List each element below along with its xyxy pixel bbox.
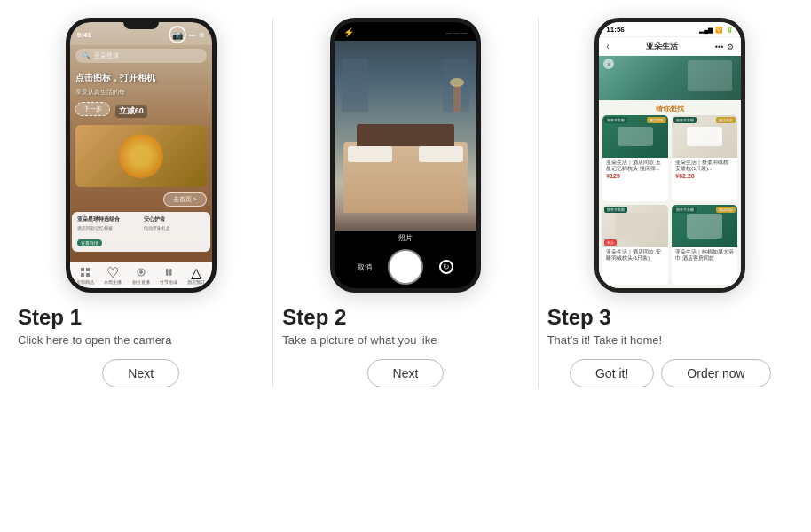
nav-all-products[interactable]: 全部商品 (76, 266, 94, 285)
step3-product-2-name: 亚朵生活｜舒柔羽绒枕 安睡枕(1只装)... (675, 160, 734, 172)
step1-price-badge: 立减60 (115, 105, 147, 118)
step3-product-4-banner: 预售节美睡 (673, 207, 697, 213)
step3-product-2-img-inner: 预售节美睡 酒店同款 (672, 115, 737, 158)
step2-viewfinder (335, 41, 476, 231)
panel-left (342, 59, 368, 112)
step2-next-button[interactable]: Next (367, 359, 445, 387)
step2-shutter-button[interactable] (390, 251, 421, 283)
step3-desc: That's it! Take it home! (547, 333, 662, 347)
step1-goto-btn[interactable]: 去首页 > (163, 192, 207, 207)
step3-product-3-name: 亚朵生活｜酒店同款 安睡羽绒枕头(1只装) (606, 249, 665, 262)
step3-title: Step 3 (547, 305, 611, 330)
step3-product-1-name: 亚朵生活｜酒店同款 五星记忆棉枕头 慢回弹... (606, 160, 665, 172)
step3-product-2[interactable]: 预售节美睡 酒店同款 亚朵生活｜舒柔羽绒枕 安睡枕(1只装)... ¥62.20 (672, 115, 737, 201)
step3-product-3-img: 预售节美睡 新品 (602, 205, 668, 247)
nav-bamboo-label: 竹节组成 (160, 279, 177, 285)
bed-pillow-right (419, 146, 463, 162)
step2-cancel-label[interactable]: 取消 (358, 262, 372, 272)
svg-rect-0 (81, 268, 84, 271)
step3-product-3[interactable]: 预售节美睡 新品 亚朵生活｜酒店同款 安睡羽绒枕头(1只装) (602, 205, 668, 285)
step3-brand-name: 亚朵生活 (646, 41, 678, 52)
nav-live[interactable]: 创台直播 (132, 266, 150, 285)
step1-image-area (75, 125, 207, 187)
step3-product-2-info: 亚朵生活｜舒柔羽绒枕 安睡枕(1只装)... ¥62.20 (672, 158, 737, 182)
step3-product-2-banner: 预售节美睡 (673, 117, 697, 123)
step3-wifi-icon: 🛜 (715, 27, 723, 34)
step3-product-1-tag: 酒店同款 (647, 117, 666, 123)
step3-gear-icon[interactable]: ⚙ (727, 43, 734, 51)
nav-bamboo-icon (162, 266, 175, 278)
step3-close-icon: × (607, 61, 610, 67)
step3-product-1-img: 预售节美睡 酒店同款 (602, 115, 668, 158)
step1-notch (123, 22, 159, 29)
step1-settings-icon: ⊕ (199, 31, 205, 39)
product-pillow-shape (618, 127, 653, 146)
step1-desc: Click here to open the camera (18, 333, 171, 347)
step2-top-spacer: — — — (445, 29, 468, 35)
search-icon: 🔍 (83, 52, 91, 59)
nav-hotel[interactable]: △ 酒店预订 (187, 266, 205, 285)
step1-product-2-title: 安心护齿 (144, 215, 205, 223)
step3-gotit-button[interactable]: Got it! (570, 359, 654, 387)
step-3: 11:56 ▂▄▆ 🛜 🔋 ‹ 亚朵生活 • (539, 18, 802, 387)
step3-product-1[interactable]: 预售节美睡 酒店同款 亚朵生活｜酒店同款 五星记忆棉枕头 慢回弹... ¥125 (602, 115, 668, 201)
step1-bg: 9:41 📷 ••• ⊕ 🔍 亚朵星球 (70, 22, 212, 288)
step2-phone-outer: ⚡ — — — (330, 18, 481, 305)
nav-host[interactable]: ♡ 本周主播 (104, 266, 122, 285)
step3-back-button[interactable]: ‹ (606, 42, 609, 51)
step3-phone-outer: 11:56 ▂▄▆ 🛜 🔋 ‹ 亚朵生活 • (594, 18, 745, 305)
step3-brand-bar: ‹ 亚朵生活 ••• ⚙ (599, 37, 741, 56)
step1-subtext: 享受认真生活的每 (75, 88, 207, 97)
step1-headline: 点击图标，打开相机 (75, 72, 207, 84)
step1-product-1: 亚朵星球特选组合 酒店同款记忆棉被 查看详情 (77, 215, 138, 248)
svg-rect-7 (169, 269, 172, 276)
step3-product-2-img: 预售节美睡 酒店同款 (672, 115, 737, 158)
step1-product-1-btn[interactable]: 查看详情 (77, 239, 102, 246)
step1-product-area: 亚朵星球特选组合 酒店同款记忆棉被 查看详情 安心护齿 电动牙刷礼盒 (72, 212, 210, 252)
nav-bamboo[interactable]: 竹节组成 (160, 266, 177, 285)
step2-title: Step 2 (282, 305, 346, 330)
step1-badge[interactable]: 下一步 (75, 102, 110, 116)
svg-point-5 (139, 270, 143, 274)
camera-icon[interactable]: 📷 (169, 26, 186, 43)
step3-battery-icon: 🔋 (726, 27, 734, 34)
step2-photos-label: 照片 (335, 231, 476, 246)
step3-screen: 11:56 ▂▄▆ 🛜 🔋 ‹ 亚朵生活 • (599, 22, 741, 288)
step3-buttons: Got it! Order now (570, 359, 771, 387)
step3-more-icon[interactable]: ••• (715, 43, 723, 51)
step1-next-button[interactable]: Next (102, 359, 179, 387)
nav-host-icon: ♡ (106, 266, 119, 278)
step3-product-4[interactable]: 预售节美睡 酒店同款 亚朵生活｜纯棉加厚大浴巾 酒店客房同款 (672, 205, 737, 285)
step2-flip-button[interactable]: ↻ (439, 260, 453, 274)
lamp-shade (450, 78, 464, 87)
step3-screen-wrapper: 11:56 ▂▄▆ 🛜 🔋 ‹ 亚朵生活 • (599, 22, 741, 288)
step3-time: 11:56 (606, 26, 624, 34)
step3-product-2-tag: 酒店同款 (716, 117, 736, 123)
step1-product-2-sub: 电动牙刷礼盒 (144, 225, 205, 231)
step3-phone-mockup: 11:56 ▂▄▆ 🛜 🔋 ‹ 亚朵生活 • (594, 18, 745, 293)
step3-order-button[interactable]: Order now (661, 359, 770, 387)
step1-buttons: Next (102, 359, 179, 387)
step2-desc: Take a picture of what you like (282, 333, 437, 347)
step1-search-text: 亚朵星球 (94, 51, 119, 60)
svg-rect-6 (166, 269, 169, 276)
step1-search-bar[interactable]: 🔍 亚朵星球 (75, 49, 207, 63)
bed-headboard (357, 124, 454, 146)
step3-product-4-img-inner: 预售节美睡 酒店同款 (672, 205, 737, 247)
bed-pillow-left (348, 146, 392, 162)
step1-phone-outer: 9:41 📷 ••• ⊕ 🔍 亚朵星球 (66, 18, 217, 305)
step3-product-4-tag: 酒店同款 (716, 207, 736, 213)
step1-dots-icon: ••• (189, 32, 195, 38)
svg-rect-1 (86, 268, 90, 271)
lamp-stand (453, 85, 461, 112)
step2-screen: ⚡ — — — (335, 22, 476, 288)
step3-top-bar: 11:56 ▂▄▆ 🛜 🔋 (599, 22, 741, 37)
step3-product-1-price: ¥125 (606, 173, 665, 179)
step3-brand-actions: ••• ⚙ (715, 43, 734, 51)
step1-bottom-nav: 全部商品 ♡ 本周主播 创台直播 (70, 262, 212, 288)
step2-controls: 取消 ↻ (335, 246, 476, 288)
step2-flash-icon[interactable]: ⚡ (343, 27, 354, 37)
step2-top-bar: ⚡ — — — (335, 22, 476, 41)
step1-product-2: 安心护齿 电动牙刷礼盒 (144, 215, 205, 248)
step3-product-1-info: 亚朵生活｜酒店同款 五星记忆棉枕头 慢回弹... ¥125 (602, 158, 668, 182)
